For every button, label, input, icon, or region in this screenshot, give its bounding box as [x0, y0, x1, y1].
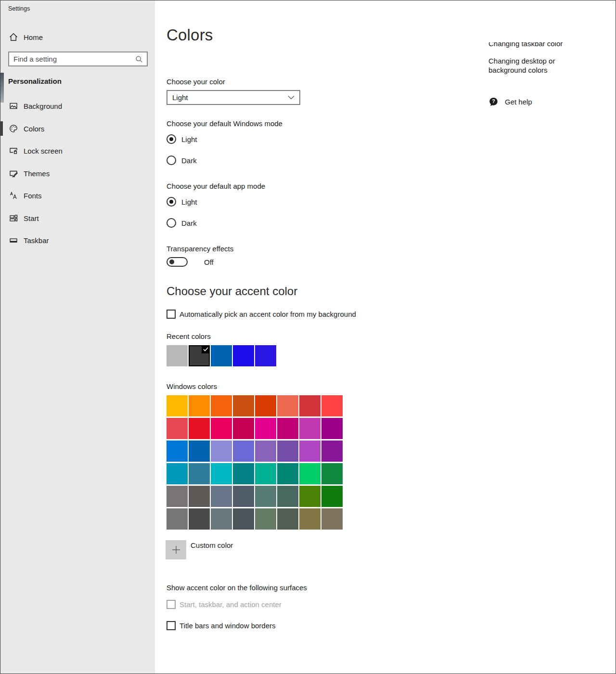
sidebar-item-label: Themes	[24, 169, 50, 178]
color-swatch[interactable]	[321, 418, 343, 439]
color-swatch[interactable]	[299, 463, 321, 484]
start-tiles-icon	[9, 213, 18, 223]
color-swatch[interactable]	[321, 395, 343, 416]
accent-section-heading: Choose your accent color	[167, 285, 297, 298]
radio-app-mode-dark[interactable]: Dark	[167, 218, 197, 228]
color-swatch[interactable]	[211, 463, 232, 484]
auto-pick-accent-checkbox[interactable]: Automatically pick an accent color from …	[167, 310, 356, 319]
windows-mode-label: Choose your default Windows mode	[167, 119, 282, 128]
help-link-desktop-colors[interactable]: Changing desktop or background colors	[488, 56, 594, 75]
toggle-state-label: Off	[204, 258, 214, 266]
color-swatch[interactable]	[211, 418, 232, 439]
checkbox-icon	[167, 621, 176, 630]
color-swatch[interactable]	[255, 508, 276, 530]
transparency-toggle-row: Off	[167, 257, 214, 267]
sidebar-item-label: Taskbar	[24, 236, 49, 245]
color-swatch[interactable]	[299, 441, 321, 462]
color-swatch[interactable]	[211, 395, 232, 416]
toggle-off-switch[interactable]	[167, 257, 188, 267]
color-swatch[interactable]	[167, 508, 188, 530]
sidebar-item-lock-screen[interactable]: Lock screen	[0, 141, 155, 160]
color-swatch[interactable]	[189, 463, 210, 484]
sidebar-item-label: Fonts	[24, 192, 42, 200]
color-swatch[interactable]	[277, 463, 298, 484]
help-link-taskbar-color[interactable]: Changing taskbar color	[488, 42, 602, 51]
color-swatch[interactable]	[167, 395, 188, 416]
sidebar-item-label: Start	[24, 214, 39, 222]
color-swatch[interactable]	[233, 463, 254, 484]
sidebar-section-heading: Personalization	[8, 77, 62, 85]
settings-window: Settings Home Personalization	[0, 0, 616, 674]
color-swatch[interactable]	[167, 441, 188, 462]
sidebar-item-home[interactable]: Home	[0, 27, 155, 47]
color-swatch[interactable]	[211, 486, 232, 507]
sidebar-item-fonts[interactable]: Fonts	[0, 186, 155, 205]
color-swatch[interactable]	[321, 508, 343, 530]
color-swatch[interactable]	[277, 395, 298, 416]
color-swatch[interactable]	[277, 486, 298, 507]
color-swatch[interactable]	[255, 418, 276, 439]
radio-windows-mode-light[interactable]: Light	[167, 134, 197, 144]
search-input[interactable]	[9, 55, 135, 63]
svg-text:?: ?	[492, 98, 495, 104]
plus-icon	[172, 545, 180, 554]
sidebar-item-colors[interactable]: Colors	[0, 119, 155, 138]
checkmark-icon	[202, 345, 210, 353]
color-swatch[interactable]	[211, 345, 232, 366]
home-icon	[9, 32, 18, 42]
color-swatch[interactable]	[233, 345, 254, 366]
color-swatch[interactable]	[321, 463, 343, 484]
custom-color-button[interactable]	[166, 540, 186, 559]
sidebar-item-start[interactable]: Start	[0, 208, 155, 228]
main-content: Colors Changing taskbar color Changing d…	[155, 0, 616, 674]
color-swatch[interactable]	[299, 486, 321, 507]
color-mode-dropdown[interactable]: Light	[167, 90, 300, 105]
color-swatch[interactable]	[277, 508, 298, 530]
color-swatch[interactable]	[255, 395, 276, 416]
palette-icon	[9, 124, 18, 133]
color-swatch[interactable]	[233, 395, 254, 416]
windows-colors-grid	[167, 395, 343, 530]
color-swatch[interactable]	[233, 418, 254, 439]
color-swatch[interactable]	[233, 486, 254, 507]
color-swatch[interactable]	[167, 345, 188, 366]
color-swatch[interactable]	[255, 486, 276, 507]
color-swatch[interactable]	[233, 508, 254, 530]
color-swatch[interactable]	[299, 508, 321, 530]
color-swatch[interactable]	[211, 441, 232, 462]
color-swatch[interactable]	[189, 395, 210, 416]
color-swatch[interactable]	[233, 441, 254, 462]
color-swatch[interactable]	[189, 486, 210, 507]
color-swatch[interactable]	[321, 441, 343, 462]
radio-app-mode-light[interactable]: Light	[167, 197, 197, 207]
get-help-button[interactable]: ? Get help	[488, 97, 532, 107]
sidebar-item-taskbar[interactable]: Taskbar	[0, 231, 155, 250]
color-swatch[interactable]	[277, 418, 298, 439]
color-swatch[interactable]	[189, 508, 210, 530]
search-icon[interactable]	[135, 55, 143, 63]
choose-color-label: Choose your color	[167, 78, 225, 86]
color-swatch[interactable]	[167, 418, 188, 439]
color-swatch[interactable]	[189, 441, 210, 462]
color-swatch[interactable]	[299, 418, 321, 439]
color-swatch[interactable]	[299, 395, 321, 416]
fonts-icon	[9, 191, 18, 200]
color-swatch[interactable]	[255, 345, 276, 366]
surfaces-heading: Show accent color on the following surfa…	[167, 583, 307, 592]
radio-selected-icon	[167, 197, 176, 207]
color-swatch[interactable]	[189, 418, 210, 439]
surface-checkbox-title-bars[interactable]: Title bars and window borders	[167, 621, 276, 630]
color-swatch[interactable]	[167, 486, 188, 507]
search-box[interactable]	[8, 52, 148, 66]
sidebar-item-background[interactable]: Background	[0, 96, 155, 116]
sidebar-item-themes[interactable]: Themes	[0, 164, 155, 183]
color-swatch-selected[interactable]	[189, 345, 210, 366]
radio-windows-mode-dark[interactable]: Dark	[167, 156, 197, 165]
color-swatch[interactable]	[167, 463, 188, 484]
color-swatch[interactable]	[255, 441, 276, 462]
color-swatch[interactable]	[255, 463, 276, 484]
windows-colors-label: Windows colors	[167, 382, 217, 390]
color-swatch[interactable]	[321, 486, 343, 507]
color-swatch[interactable]	[211, 508, 232, 530]
color-swatch[interactable]	[277, 441, 298, 462]
